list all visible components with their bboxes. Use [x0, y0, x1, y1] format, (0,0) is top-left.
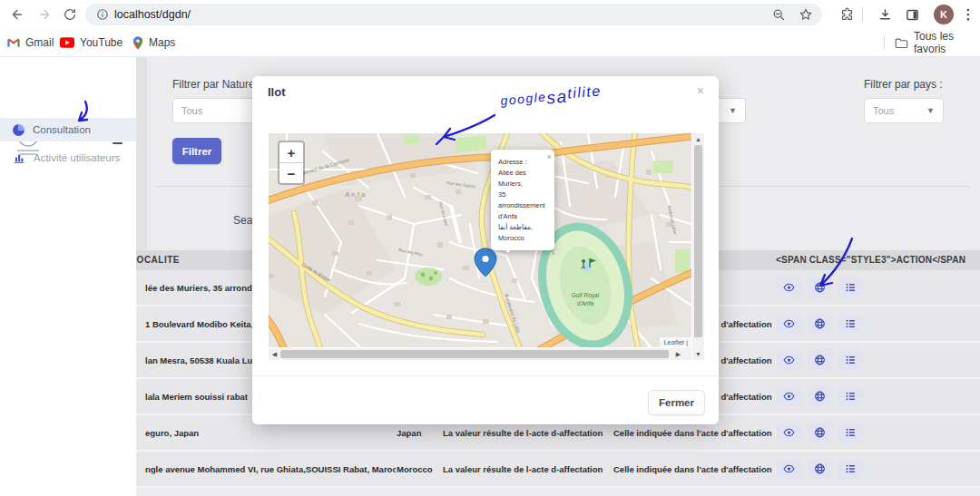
cell-localite: ngle avenue Mohammed VI, rue Ghiata,SOUI… [145, 464, 396, 474]
bookmark-star-icon[interactable] [799, 7, 813, 22]
map-button[interactable] [808, 315, 832, 334]
details-button[interactable] [838, 278, 863, 297]
map-button[interactable] [808, 278, 832, 297]
gmail-icon [7, 37, 20, 48]
view-button[interactable] [777, 460, 801, 479]
popup-line: arrondissement [498, 200, 549, 211]
cell-localite: lala Meriem souissi rabat [145, 392, 248, 402]
all-bookmarks-folder[interactable]: Tous les favoris [895, 33, 980, 53]
cell-valeur: La valeur résulte de l-acte d-affectatio… [443, 464, 603, 474]
modal-title: Ilot [268, 85, 286, 99]
details-button[interactable] [838, 351, 863, 370]
browser-toolbar: localhost/dgdn/ K ⋮ [0, 0, 980, 29]
cell-pays: Japan [397, 428, 421, 438]
bar-chart-icon [13, 151, 25, 164]
cell-celle: Celle indiquée dans l'acte d'affectation [613, 428, 772, 438]
cell-localite: lan Mesra, 50538 Kuala Lu [145, 355, 252, 365]
extensions-icon[interactable] [837, 5, 857, 24]
sidebar-item-consultation[interactable]: Consultation [0, 118, 136, 141]
map-label-golf-1: Golf Royal [572, 292, 600, 299]
view-button[interactable] [777, 387, 801, 406]
details-button[interactable] [838, 387, 863, 406]
zoom-out-page-icon[interactable] [772, 8, 786, 22]
scroll-left-icon[interactable]: ◀ [269, 348, 280, 360]
pie-chart-icon [13, 124, 24, 136]
view-button[interactable] [777, 315, 801, 334]
address-bar[interactable]: localhost/dgdn/ [85, 4, 822, 25]
map-button[interactable] [808, 387, 832, 406]
popup-line: Morocco [498, 233, 549, 244]
vertical-scrollbar[interactable]: ▲ ▼ [692, 133, 704, 360]
view-button[interactable] [777, 278, 801, 297]
details-button[interactable] [838, 460, 863, 479]
bookmarks-separator [884, 35, 885, 50]
sidebar-item-activite[interactable]: Activité utilisateurs [0, 146, 136, 170]
cell-valeur: La valeur résulte de l-acte d-affectatio… [443, 428, 603, 438]
download-icon[interactable] [875, 5, 895, 24]
reload-icon[interactable] [60, 5, 80, 24]
ilot-modal: Ilot × [252, 76, 719, 424]
scroll-thumb[interactable] [280, 350, 669, 358]
bookmark-maps[interactable]: Maps [132, 33, 175, 53]
site-info-icon[interactable] [93, 5, 113, 24]
map[interactable]: Golf Royal d'Anfa Boulevard de la Cornic… [269, 133, 691, 347]
popup-close-icon[interactable]: × [547, 151, 552, 163]
forward-icon[interactable] [34, 5, 54, 24]
details-button[interactable] [838, 423, 863, 443]
content-left-gutter [136, 57, 147, 250]
browser-menu-icon[interactable]: ⋮ [958, 5, 978, 24]
cell-localite: lée des Muriers, 35 arrondi [145, 283, 254, 293]
bookmark-youtube[interactable]: YouTube [60, 33, 122, 53]
table-row[interactable]: ngle avenue Mohammed VI, rue Ghiata,SOUI… [136, 452, 980, 488]
side-panel-icon[interactable] [902, 5, 922, 24]
cell-pays: Morocco [397, 464, 433, 474]
cell-localite: 1 Boulevard Modibo Keita, [145, 319, 253, 329]
map-button[interactable] [808, 460, 832, 479]
details-button[interactable] [838, 315, 863, 334]
map-label-golf-2: d'Anfa [577, 300, 594, 306]
filter-pays-label: Filtrer par pays : [864, 78, 943, 91]
zoom-in-button[interactable]: + [279, 142, 303, 163]
filtrer-button[interactable]: Filtrer [172, 138, 221, 164]
popup-tail [503, 246, 514, 258]
back-icon[interactable] [7, 5, 27, 24]
map-button[interactable] [808, 351, 832, 370]
chevron-down-icon: ▼ [729, 106, 737, 115]
scroll-thumb[interactable] [694, 145, 702, 337]
view-button[interactable] [777, 351, 801, 370]
map-popup: × Adresse : Allée des Muriers, 35 arrond… [491, 150, 554, 250]
maps-pin-icon [132, 36, 143, 50]
cell-localite: eguro, Japan [145, 428, 199, 438]
popup-line: 35 [498, 190, 549, 200]
modal-footer: Fermer [252, 375, 719, 425]
bookmarks-bar: Gmail YouTube Maps Tous les favoris [0, 29, 980, 57]
zoom-out-button[interactable]: − [279, 163, 303, 183]
scroll-right-icon[interactable]: ▶ [672, 348, 684, 360]
popup-line: Allée des [498, 168, 549, 179]
popup-line: Muriers, [498, 179, 549, 190]
map-zoom-control: + − [278, 141, 305, 185]
screen: localhost/dgdn/ K ⋮ [0, 0, 980, 496]
folder-icon [895, 37, 908, 49]
map-tiles: Golf Royal d'Anfa Boulevard de la Cornic… [269, 133, 691, 347]
horizontal-scrollbar[interactable]: ◀ ▶ [269, 348, 691, 360]
scroll-down-icon[interactable]: ▼ [692, 348, 704, 360]
view-button[interactable] [777, 423, 801, 443]
header-localite: LOCALITE [136, 255, 180, 265]
modal-close-icon[interactable]: × [697, 83, 704, 98]
filter-nature-label: Filtrer par Nature : [172, 78, 260, 91]
url-text[interactable]: localhost/dgdn/ [114, 8, 191, 21]
filter-pays-select[interactable]: Tous▼ [864, 98, 944, 123]
toolbar-separator [862, 7, 863, 22]
bookmark-gmail[interactable]: Gmail [7, 33, 54, 53]
chevron-down-icon: ▼ [926, 106, 935, 115]
popup-line: Adresse : [498, 157, 549, 168]
scroll-up-icon[interactable]: ▲ [692, 133, 704, 145]
profile-avatar[interactable]: K [934, 5, 954, 24]
popup-line: مقاطعة أنفا, [498, 222, 549, 233]
fermer-button[interactable]: Fermer [648, 390, 705, 415]
sidebar: Consultation Activité utilisateurs [0, 57, 136, 496]
youtube-icon [60, 37, 74, 48]
map-label-anfa: Anfa [345, 190, 367, 199]
map-button[interactable] [808, 423, 832, 443]
